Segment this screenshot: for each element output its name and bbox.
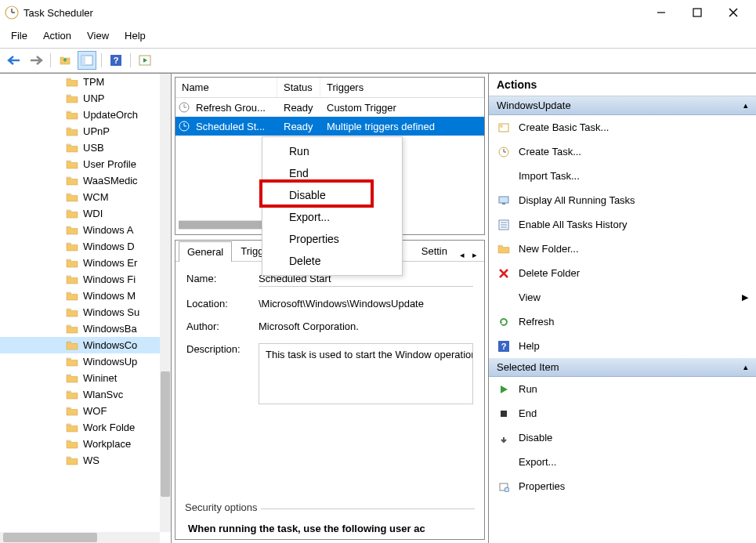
action-item[interactable]: New Folder... <box>489 237 756 261</box>
svg-rect-8 <box>81 56 85 65</box>
action-item[interactable]: Create Basic Task... <box>489 115 756 139</box>
tree-node[interactable]: WS <box>0 452 160 469</box>
tree-node[interactable]: Windows Er <box>0 255 160 271</box>
tree-node[interactable]: WDI <box>0 205 160 222</box>
action-item[interactable]: Refresh <box>489 310 756 334</box>
forward-button[interactable] <box>27 51 45 70</box>
action-item[interactable]: ?Help <box>489 334 756 358</box>
action-item[interactable]: Display All Running Tasks <box>489 188 756 212</box>
col-triggers[interactable]: Triggers <box>320 78 484 97</box>
tree-node[interactable]: UNP <box>0 90 160 107</box>
folder-icon <box>66 406 78 417</box>
actions-group-selected-item[interactable]: Selected Item ▴ <box>489 358 756 377</box>
tab-scroll-right[interactable]: ▸ <box>468 248 481 261</box>
tree-node[interactable]: Wininet <box>0 370 160 386</box>
task-list-header[interactable]: Name Status Triggers <box>175 78 484 98</box>
tree-node[interactable]: TPM <box>0 74 160 90</box>
tab-scroll-left[interactable]: ◂ <box>456 248 468 261</box>
action-item[interactable]: Run <box>489 377 756 401</box>
folder-icon <box>66 389 78 400</box>
run-toolbar-button[interactable] <box>136 51 154 70</box>
tree-node[interactable]: Windows Su <box>0 304 160 320</box>
clock-icon <box>175 121 190 132</box>
tree-node[interactable]: WindowsCo <box>0 337 160 353</box>
action-item[interactable]: End <box>489 401 756 425</box>
action-label: Properties <box>519 480 565 492</box>
svg-point-20 <box>500 125 503 128</box>
svg-rect-4 <box>693 9 701 16</box>
tree-node[interactable]: Windows Fi <box>0 271 160 288</box>
tree-node[interactable]: WCM <box>0 189 160 205</box>
col-name[interactable]: Name <box>175 78 277 97</box>
tree-node[interactable]: Workplace <box>0 436 160 452</box>
folder-icon <box>66 373 78 384</box>
back-button[interactable] <box>5 51 24 70</box>
folder-icon <box>66 291 78 302</box>
tree-node[interactable]: User Profile <box>0 156 160 172</box>
tree-node[interactable]: USB <box>0 139 160 156</box>
props-icon <box>497 481 511 492</box>
action-item[interactable]: View▶ <box>489 285 756 310</box>
svg-point-38 <box>505 487 509 492</box>
minimize-button[interactable] <box>643 0 679 25</box>
tree-node-label: WS <box>83 454 99 466</box>
action-item[interactable]: Enable All Tasks History <box>489 212 756 237</box>
tree-node[interactable]: Work Folde <box>0 419 160 436</box>
up-button[interactable] <box>56 51 74 70</box>
action-label: Export... <box>519 456 556 468</box>
action-item[interactable]: Disable <box>489 425 756 450</box>
task-row[interactable]: Scheduled St...ReadyMultiple triggers de… <box>175 117 484 136</box>
context-menu-item[interactable]: Export... <box>262 206 402 228</box>
clock-icon <box>175 102 190 113</box>
tree-horizontal-scrollbar[interactable] <box>0 532 160 543</box>
context-menu[interactable]: RunEndDisableExport...PropertiesDelete <box>262 136 403 276</box>
menu-help[interactable]: Help <box>117 27 154 45</box>
actions-group-windowsupdate[interactable]: WindowsUpdate ▴ <box>489 96 756 115</box>
action-label: Delete Folder <box>519 267 580 279</box>
folder-icon <box>66 143 78 154</box>
folder-icon <box>66 340 78 351</box>
tree-node[interactable]: WindowsBa <box>0 320 160 337</box>
show-hide-console-tree-button[interactable] <box>78 51 96 70</box>
action-item[interactable]: Import Task... <box>489 164 756 188</box>
folder-icon <box>66 110 78 121</box>
close-button[interactable] <box>715 0 751 25</box>
tree-node[interactable]: Windows D <box>0 238 160 255</box>
menu-view[interactable]: View <box>79 27 117 45</box>
menu-action[interactable]: Action <box>35 27 79 45</box>
context-menu-item[interactable]: Run <box>262 140 402 162</box>
tree-node-label: WaaSMedic <box>83 175 138 186</box>
tree-vertical-scrollbar[interactable] <box>160 74 171 532</box>
tree-node[interactable]: Windows M <box>0 288 160 304</box>
help-toolbar-button[interactable]: ? <box>107 51 125 70</box>
tree-node[interactable]: UPnP <box>0 123 160 139</box>
context-menu-item[interactable]: Disable <box>262 184 402 206</box>
task-row[interactable]: Refresh Grou...ReadyCustom Trigger <box>175 98 484 117</box>
action-item[interactable]: Export... <box>489 450 756 474</box>
tree-node[interactable]: WaaSMedic <box>0 172 160 189</box>
context-menu-item[interactable]: Properties <box>262 228 402 250</box>
context-menu-item[interactable]: End <box>262 162 402 184</box>
menu-bar: File Action View Help <box>0 25 756 49</box>
maximize-button[interactable] <box>679 0 715 25</box>
tree-node[interactable]: WindowsUp <box>0 353 160 370</box>
action-item[interactable]: Delete Folder <box>489 261 756 285</box>
action-item[interactable]: Properties <box>489 474 756 498</box>
action-item[interactable]: Create Task... <box>489 139 756 164</box>
menu-file[interactable]: File <box>3 27 35 45</box>
detail-author-value: Microsoft Corporation. <box>259 320 473 332</box>
tab-general[interactable]: General <box>179 241 232 262</box>
tree-node[interactable]: WOF <box>0 403 160 419</box>
svg-text:?: ? <box>114 56 119 65</box>
tree-node-label: Wininet <box>83 372 117 384</box>
tree-node[interactable]: WlanSvc <box>0 386 160 403</box>
tab-settings[interactable]: Settin <box>413 241 456 261</box>
context-menu-item[interactable]: Delete <box>262 250 402 272</box>
tree-node[interactable]: Windows A <box>0 222 160 238</box>
actions-header: Actions <box>489 74 756 96</box>
task-name: Scheduled St... <box>190 121 277 132</box>
task-name: Refresh Grou... <box>190 102 277 114</box>
tree-node-label: WlanSvc <box>83 389 123 400</box>
tree-node[interactable]: UpdateOrch <box>0 107 160 123</box>
col-status[interactable]: Status <box>277 78 320 97</box>
